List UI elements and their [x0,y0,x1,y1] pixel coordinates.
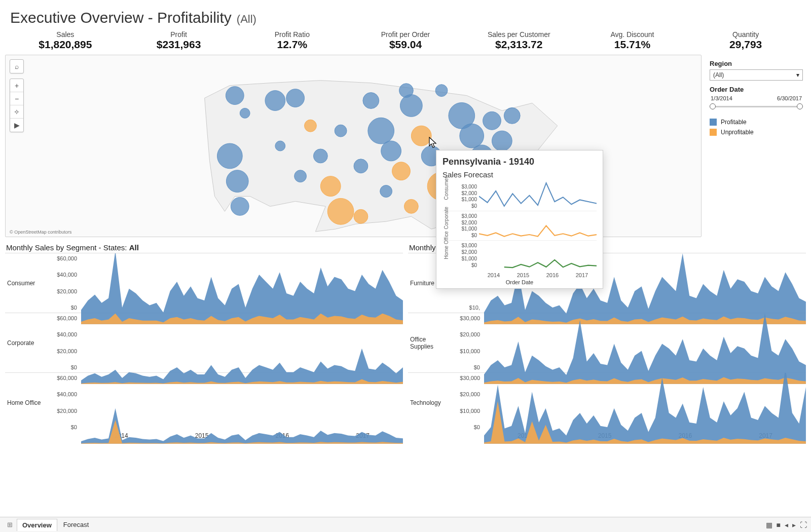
chart-row-home-office: Home Office$60,000$40,000$20,000$0 [5,372,403,432]
next-icon[interactable]: ▸ [792,521,796,529]
svg-point-10 [327,198,354,224]
svg-point-34 [275,141,285,151]
svg-point-6 [286,89,305,107]
tab-overview[interactable]: Overview [17,519,57,531]
order-date-label: Order Date [710,86,803,93]
chevron-down-icon: ▾ [796,71,799,79]
tab-forecast[interactable]: Forecast [58,519,94,530]
date-start: 1/3/2014 [711,95,732,101]
area-chart[interactable]: $60,000$40,000$20,000$0 [45,313,403,372]
svg-point-32 [354,159,368,173]
svg-point-17 [411,126,431,146]
sheet-icon: ⊞ [4,521,16,528]
kpi-profit-per-order: Profit per Order$59.04 [350,30,461,51]
map-pin-button[interactable]: ✧ [10,105,23,119]
svg-point-36 [404,199,418,213]
region-label: Region [710,60,803,67]
svg-point-0 [226,87,244,105]
svg-point-8 [313,149,327,163]
slider-start-knob[interactable] [710,103,716,109]
slider-end-knob[interactable] [797,103,803,109]
swatch-profitable-icon [710,119,717,126]
tooltip-title: Pennsylvania - 19140 [443,157,597,167]
legend-unprofitable: Unprofitable [710,129,803,136]
kpi-profit: Profit$231,963 [124,30,234,51]
kpi-avg-discount: Avg. Discount15.71% [577,30,688,51]
tooltip-subtitle: Sales Forecast [443,170,597,179]
area-chart[interactable]: $30,000$20,000$10,000$0 [448,313,806,372]
kpi-quantity: Quantity29,793 [690,30,801,51]
row-label: Office Supplies [408,313,448,372]
row-label: Home Office [5,373,45,432]
svg-point-9 [320,176,341,197]
area-chart[interactable]: $30,000$20,000$10,000$0 [448,373,806,432]
svg-point-26 [483,111,501,130]
chart-row-technology: Technology$30,000$20,000$10,000$0 [408,372,806,432]
list-view-icon[interactable]: ■ [777,521,781,529]
chart-row-office-supplies: Office Supplies$30,000$20,000$10,000$0 [408,313,806,372]
tooltip-row-home-office: Home Office$3,000$2,000$1,000$0 [443,241,597,270]
svg-point-1 [240,108,250,118]
kpi-row: Sales$1,820,895Profit$231,963Profit Rati… [0,30,811,55]
region-select[interactable]: (All) ▾ [710,69,803,81]
svg-point-39 [435,85,448,97]
svg-point-38 [399,84,413,98]
segments-chart-column: Monthly Sales by Segment - States: All C… [5,240,403,439]
svg-point-12 [363,93,379,109]
fullscreen-icon[interactable]: ⛶ [800,521,807,529]
kpi-profit-ratio: Profit Ratio12.7% [237,30,347,51]
filters-panel: Region (All) ▾ Order Date 1/3/2014 6/30/… [705,55,806,237]
svg-point-37 [380,185,392,198]
map-search-button[interactable]: ⌕ [10,60,23,73]
title-scope: (All) [237,13,256,26]
svg-point-35 [294,170,307,182]
map-zoom-out-button[interactable]: − [10,92,23,105]
row-label: Corporate [5,313,45,372]
svg-point-2 [217,143,243,169]
map-tooltip: Pennsylvania - 19140 Sales Forecast Cons… [436,150,603,289]
date-end: 6/30/2017 [777,95,802,101]
svg-point-3 [226,170,248,193]
footer-tabs: ⊞ Overview Forecast [4,519,94,531]
svg-point-13 [368,118,394,144]
row-label: Technology [408,373,448,432]
prev-icon[interactable]: ◂ [785,521,788,529]
svg-point-4 [231,197,249,215]
map-attribution: © OpenStreetMap contributors [10,230,71,235]
swatch-unprofitable-icon [710,129,717,136]
svg-point-15 [392,162,411,180]
map-zoom-in-button[interactable]: + [10,79,23,92]
svg-point-23 [460,124,484,148]
area-chart[interactable]: $60,000$40,000$20,000$0 [45,253,403,313]
map-play-button[interactable]: ▶ [10,119,23,132]
svg-point-33 [335,125,347,137]
tooltip-xlabel: Order Date [443,279,597,285]
footer-icons: ▦ ■ ◂ ▸ ⛶ [766,521,807,529]
segments-title: Monthly Sales by Segment - States: All [6,243,403,252]
svg-point-11 [354,209,368,223]
kpi-sales: Sales$1,820,895 [10,30,121,51]
legend-profitable: Profitable [710,119,803,126]
page-title: Executive Overview - Profitability (All) [0,0,811,30]
footer-bar: ⊞ Overview Forecast ▦ ■ ◂ ▸ ⛶ [0,517,811,532]
svg-point-14 [381,141,401,161]
tooltip-xaxis: 2014201520162017 [443,272,597,278]
title-main: Executive Overview - Profitability [10,9,232,26]
map-toolbar-2: + − ✧ ▶ [10,79,24,132]
svg-point-28 [504,107,520,124]
svg-point-16 [400,95,422,117]
tooltip-row-consumer: Consumer$3,000$2,000$1,000$0 [443,182,597,211]
tooltip-row-corporate: Corporate$3,000$2,000$1,000$0 [443,211,597,241]
svg-point-27 [492,131,512,151]
map-toolbar-1: ⌕ [10,59,24,73]
svg-point-5 [265,91,285,111]
order-date-slider[interactable]: 1/3/2014 6/30/2017 [710,95,803,116]
chart-row-corporate: Corporate$60,000$40,000$20,000$0 [5,313,403,372]
kpi-sales-per-customer: Sales per Customer$2,313.72 [464,30,574,51]
region-select-value: (All) [713,71,724,79]
area-chart[interactable]: $60,000$40,000$20,000$0 [45,373,403,432]
chart-row-consumer: Consumer$60,000$40,000$20,000$0 [5,253,403,313]
svg-point-7 [305,120,317,132]
row-label: Consumer [5,253,45,313]
tile-view-icon[interactable]: ▦ [766,521,772,529]
